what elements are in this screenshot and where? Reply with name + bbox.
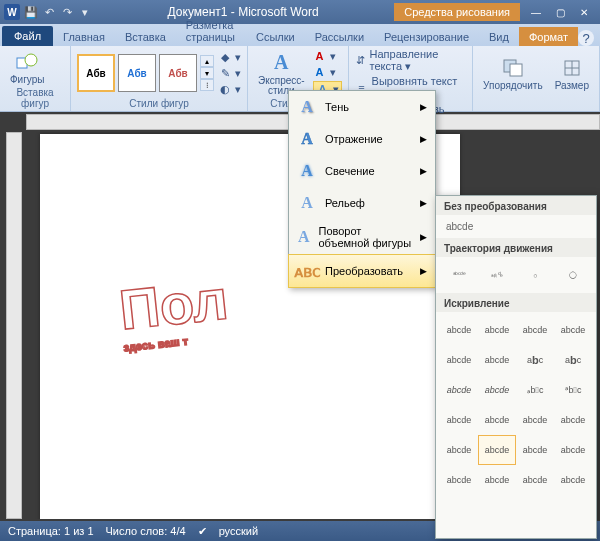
maximize-button[interactable]: ▢ [548,4,572,20]
effects-icon: ◐ [218,82,232,96]
tab-view[interactable]: Вид [479,27,519,46]
outline-icon: ✎ [218,66,232,80]
shape-style-1[interactable]: Абв [77,54,115,92]
text-fill-button[interactable]: A▾ [313,49,342,63]
shape-fill-button[interactable]: ◆▾ [218,50,241,64]
gallery-more-icon[interactable]: ⁝ [200,79,214,91]
tab-file[interactable]: Файл [2,26,53,46]
menu-glow[interactable]: AСвечение▶ [289,155,435,187]
close-button[interactable]: ✕ [572,4,596,20]
chevron-right-icon: ▶ [420,134,427,144]
opt-warp[interactable]: abcde [440,435,478,465]
text-direction-button[interactable]: ⇵Направление текста ▾ [355,48,467,73]
transform-submenu: Без преобразования abcde Траектория движ… [435,195,597,539]
opt-warp-selected[interactable]: abcde [478,435,516,465]
group-label-shape-styles: Стили фигур [77,98,241,111]
qat-undo-icon[interactable]: ↶ [42,5,56,19]
status-page[interactable]: Страница: 1 из 1 [8,525,94,537]
chevron-right-icon: ▶ [420,266,427,276]
section-follow-path: Траектория движения [436,238,596,257]
opt-warp[interactable]: abcde [440,345,478,375]
opt-warp[interactable]: abcde [478,465,516,495]
text-effects-menu: AТень▶ AОтражение▶ AСвечение▶ AРельеф▶ A… [288,90,436,288]
tab-layout[interactable]: Разметка страницы [176,15,246,46]
tab-format[interactable]: Формат [519,27,578,46]
shadow-icon: A [297,97,317,117]
contextual-tab-label: Средства рисования [394,3,520,21]
opt-warp[interactable]: abcde [516,465,554,495]
status-proofing-icon[interactable]: ✔ [198,525,207,538]
tab-review[interactable]: Рецензирование [374,27,479,46]
opt-warp[interactable]: abcde [440,465,478,495]
size-icon [560,56,584,80]
ruler-vertical[interactable] [6,132,22,519]
opt-warp[interactable]: abcde [478,315,516,345]
size-button[interactable]: Размер [551,54,593,93]
svg-rect-3 [510,64,522,76]
shape-outline-button[interactable]: ✎▾ [218,66,241,80]
arrange-button[interactable]: Упорядочить [479,54,547,93]
opt-warp[interactable]: abcde [440,315,478,345]
gallery-down-icon[interactable]: ▾ [200,67,214,79]
shape-effects-button[interactable]: ◐▾ [218,82,241,96]
opt-path-4[interactable]: ◯ [554,260,592,290]
rotation-icon: A [297,227,311,247]
tab-insert[interactable]: Вставка [115,27,176,46]
text-fill-icon: A [313,49,327,63]
menu-bevel[interactable]: AРельеф▶ [289,187,435,219]
opt-warp[interactable]: abcde [554,405,592,435]
opt-warp[interactable]: abcde [440,405,478,435]
shape-style-2[interactable]: Абв [118,54,156,92]
wordart-object[interactable]: Пол здесь ваш т [116,269,232,354]
opt-warp[interactable]: abcde [440,375,478,405]
section-warp: Искривление [436,293,596,312]
tab-references[interactable]: Ссылки [246,27,305,46]
opt-path-3[interactable]: ○ [516,260,554,290]
tab-home[interactable]: Главная [53,27,115,46]
opt-warp[interactable]: ₐbͨc [516,375,554,405]
opt-warp[interactable]: abcde [516,405,554,435]
text-outline-icon: A [313,65,327,79]
chevron-right-icon: ▶ [420,166,427,176]
qat-more-icon[interactable]: ▾ [78,5,92,19]
opt-path-2[interactable]: ₐᵦ꜀ᵈₑ [478,260,516,290]
menu-reflection[interactable]: AОтражение▶ [289,123,435,155]
opt-warp[interactable]: abcde [554,435,592,465]
menu-shadow[interactable]: AТень▶ [289,91,435,123]
opt-warp[interactable]: abc [554,345,592,375]
bevel-icon: A [297,193,317,213]
shape-style-3[interactable]: Абв [159,54,197,92]
opt-warp[interactable]: abcde [554,465,592,495]
text-outline-button[interactable]: A▾ [313,65,342,79]
opt-path-1[interactable]: ᵃᵇᶜᵈᵉ [440,260,478,290]
gallery-up-icon[interactable]: ▴ [200,55,214,67]
status-language[interactable]: русский [219,525,258,537]
opt-warp[interactable]: abcde [554,315,592,345]
opt-warp[interactable]: abcde [478,405,516,435]
opt-warp[interactable]: abcde [516,435,554,465]
group-label-shapes: Вставка фигур [6,87,64,111]
tab-mailings[interactable]: Рассылки [305,27,374,46]
qat-redo-icon[interactable]: ↷ [60,5,74,19]
chevron-right-icon: ▶ [420,198,427,208]
transform-icon: ᴀʙᴄ [297,261,317,281]
qat-save-icon[interactable]: 💾 [24,5,38,19]
chevron-right-icon: ▶ [420,232,427,242]
opt-warp[interactable]: abc [516,345,554,375]
menu-transform[interactable]: ᴀʙᴄПреобразовать▶ [288,254,436,288]
shapes-button[interactable]: Фигуры [6,48,48,87]
status-words[interactable]: Число слов: 4/4 [106,525,186,537]
opt-warp[interactable]: abcde [478,375,516,405]
shapes-icon [15,50,39,74]
opt-no-transform[interactable]: abcde [436,215,596,238]
quick-styles-icon: A [269,51,293,75]
opt-warp[interactable]: ᵃbͨc [554,375,592,405]
menu-3d-rotation[interactable]: AПоворот объемной фигуры▶ [289,219,435,255]
svg-point-1 [25,54,37,66]
minimize-button[interactable]: — [524,4,548,20]
help-icon[interactable]: ? [578,30,594,46]
text-direction-icon: ⇵ [355,54,367,68]
opt-warp[interactable]: abcde [516,315,554,345]
opt-warp[interactable]: abcde [478,345,516,375]
fill-icon: ◆ [218,50,232,64]
